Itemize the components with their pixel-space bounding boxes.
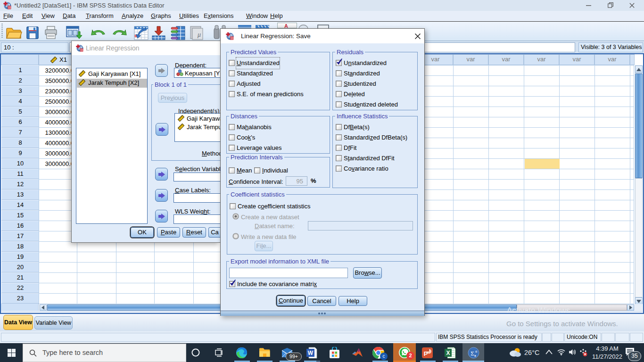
svg-text:μ: μ bbox=[197, 31, 201, 38]
svg-text:P: P bbox=[424, 350, 428, 357]
svg-text:Σ: Σ bbox=[471, 350, 474, 357]
svg-text:X: X bbox=[446, 350, 450, 356]
svg-text:W: W bbox=[308, 350, 314, 356]
